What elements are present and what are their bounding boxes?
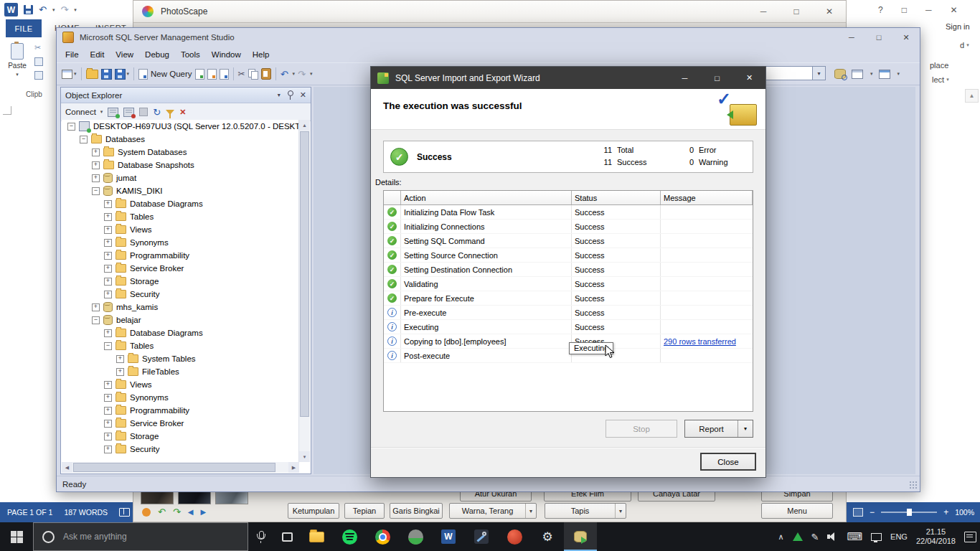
caret-down-icon[interactable]: ▾ bbox=[525, 504, 536, 518]
save-icon[interactable] bbox=[101, 67, 112, 81]
tree-item[interactable]: −KAMIS_DIKI bbox=[62, 184, 299, 197]
ribbon-options-icon[interactable]: □ bbox=[902, 5, 907, 15]
horizontal-scrollbar[interactable]: ◀ ▶ bbox=[62, 462, 299, 473]
disconnect-server-icon[interactable] bbox=[123, 105, 134, 118]
scroll-right-icon[interactable]: ▶ bbox=[288, 462, 299, 473]
delete-icon[interactable]: ✕ bbox=[179, 105, 186, 118]
language-indicator[interactable]: ENG bbox=[890, 532, 908, 541]
expand-toggle[interactable]: + bbox=[104, 239, 112, 247]
database-search-icon[interactable] bbox=[834, 67, 846, 81]
qat-customize-icon[interactable]: ▾ bbox=[74, 7, 77, 13]
next-photo-icon[interactable]: ▶ bbox=[201, 508, 207, 516]
tree-item[interactable]: +Security bbox=[62, 288, 299, 301]
expand-toggle[interactable]: + bbox=[104, 407, 112, 415]
tree-item[interactable]: +System Databases bbox=[62, 146, 299, 159]
tree-item[interactable]: +Database Diagrams bbox=[62, 197, 299, 210]
tree-item[interactable]: −belajar bbox=[62, 314, 299, 326]
window-position-icon[interactable]: ▾ bbox=[278, 92, 281, 98]
collapse-toggle[interactable]: − bbox=[92, 316, 100, 324]
tab-file[interactable]: FILE bbox=[6, 19, 42, 37]
expand-toggle[interactable]: + bbox=[104, 433, 112, 441]
tree-item[interactable]: +Storage bbox=[62, 275, 299, 288]
zoom-percentage[interactable]: 100% bbox=[955, 508, 974, 517]
select-menu-fragment[interactable]: lect▾ bbox=[932, 75, 949, 84]
tree-item[interactable]: +Views bbox=[62, 378, 299, 391]
expand-toggle[interactable]: + bbox=[104, 226, 112, 234]
expand-toggle[interactable]: + bbox=[92, 174, 100, 182]
tree-item[interactable]: +Tables bbox=[62, 210, 299, 223]
taskbar-chrome[interactable] bbox=[366, 522, 399, 551]
report-caret-icon[interactable]: ▾ bbox=[738, 420, 753, 437]
collapse-toggle[interactable]: − bbox=[80, 136, 88, 143]
report-button[interactable]: Report ▾ bbox=[684, 420, 753, 438]
word-count[interactable]: 187 WORDS bbox=[64, 508, 108, 517]
find-menu-fragment[interactable]: d▾ bbox=[960, 41, 969, 50]
ketumpulan-button[interactable]: Ketumpulan bbox=[288, 503, 339, 519]
connect-server-icon[interactable] bbox=[108, 105, 118, 118]
zoom-slider-thumb[interactable] bbox=[907, 509, 912, 516]
maximize-icon[interactable]: □ bbox=[780, 1, 813, 22]
garis-bingkai-button[interactable]: Garis Bingkai bbox=[390, 503, 443, 519]
new-query-button[interactable]: New Query bbox=[138, 67, 192, 81]
maximize-icon[interactable]: □ bbox=[701, 67, 733, 89]
ssms-titlebar[interactable]: Microsoft SQL Server Management Studio ─… bbox=[57, 28, 920, 47]
new-database-query-icon[interactable] bbox=[195, 67, 204, 81]
tray-green-triangle-icon[interactable] bbox=[793, 532, 803, 541]
resize-grip[interactable] bbox=[909, 481, 918, 490]
vertical-scrollbar[interactable]: ▲ ▾ bbox=[298, 120, 310, 462]
cut-icon[interactable]: ✂ bbox=[34, 43, 43, 52]
menu-window[interactable]: Window bbox=[206, 50, 247, 59]
menu-file[interactable]: File bbox=[60, 50, 85, 59]
collapse-toggle[interactable]: − bbox=[92, 187, 100, 195]
menu-view[interactable]: View bbox=[110, 50, 139, 59]
replace-menu-fragment[interactable]: place bbox=[930, 61, 948, 70]
paw-icon[interactable] bbox=[142, 508, 151, 517]
expand-toggle[interactable]: + bbox=[104, 381, 112, 389]
template-explorer-icon[interactable]: ▾ bbox=[62, 67, 77, 81]
action-center-icon[interactable] bbox=[964, 532, 976, 542]
maximize-icon[interactable]: □ bbox=[865, 28, 892, 47]
undo-icon[interactable]: ↶ bbox=[281, 67, 288, 81]
expand-toggle[interactable]: + bbox=[104, 278, 112, 286]
microphone-button[interactable] bbox=[248, 522, 274, 551]
save-icon[interactable] bbox=[24, 5, 33, 14]
pin-icon[interactable] bbox=[287, 90, 293, 100]
collapse-toggle[interactable]: − bbox=[104, 342, 112, 350]
tree-item[interactable]: +System Tables bbox=[62, 352, 299, 365]
expand-toggle[interactable]: + bbox=[104, 446, 112, 453]
tree-item[interactable]: +FileTables bbox=[62, 365, 299, 378]
tray-expand-icon[interactable]: ∧ bbox=[778, 532, 783, 542]
expand-toggle[interactable]: + bbox=[104, 252, 112, 260]
expand-toggle[interactable]: + bbox=[92, 149, 100, 156]
undo-icon[interactable]: ↶ bbox=[39, 5, 47, 14]
tapis-button[interactable]: Tapis ▾ bbox=[545, 503, 626, 519]
zoom-out-button[interactable]: − bbox=[870, 507, 875, 517]
tree-item[interactable]: +Views bbox=[62, 223, 299, 236]
save-all-icon[interactable]: ▾ bbox=[115, 67, 130, 81]
action-column-header[interactable]: Action bbox=[401, 191, 572, 204]
scroll-left-icon[interactable]: ◀ bbox=[62, 462, 72, 473]
close-icon[interactable]: ✕ bbox=[813, 1, 846, 22]
expand-toggle[interactable]: + bbox=[104, 420, 112, 428]
expand-toggle[interactable]: + bbox=[104, 291, 112, 298]
scrollbar-thumb[interactable] bbox=[300, 131, 309, 417]
tree-item[interactable]: +Storage bbox=[62, 430, 299, 443]
windows-ink-icon[interactable]: ✎ bbox=[811, 532, 819, 542]
expand-toggle[interactable]: + bbox=[116, 355, 124, 363]
expand-toggle[interactable]: + bbox=[92, 303, 100, 311]
tree-item[interactable]: +Service Broker bbox=[62, 262, 299, 275]
tree-item[interactable]: +mhs_kamis bbox=[62, 301, 299, 314]
tree-item[interactable]: +Security bbox=[62, 443, 299, 456]
rotate-right-icon[interactable]: ↷ bbox=[173, 507, 181, 517]
menu-help[interactable]: Help bbox=[247, 50, 275, 59]
minimize-icon[interactable]: ─ bbox=[838, 28, 865, 47]
taskbar-word[interactable]: W bbox=[432, 522, 465, 551]
icon-column-header[interactable] bbox=[384, 191, 401, 204]
expand-toggle[interactable]: + bbox=[104, 200, 112, 208]
web-layout-icon[interactable] bbox=[853, 508, 863, 517]
collapse-toggle[interactable]: − bbox=[67, 123, 75, 131]
menu-debug[interactable]: Debug bbox=[139, 50, 175, 59]
close-icon[interactable]: ✕ bbox=[892, 28, 920, 47]
expand-toggle[interactable]: + bbox=[92, 161, 100, 169]
scroll-up-icon[interactable]: ▲ bbox=[299, 120, 310, 131]
